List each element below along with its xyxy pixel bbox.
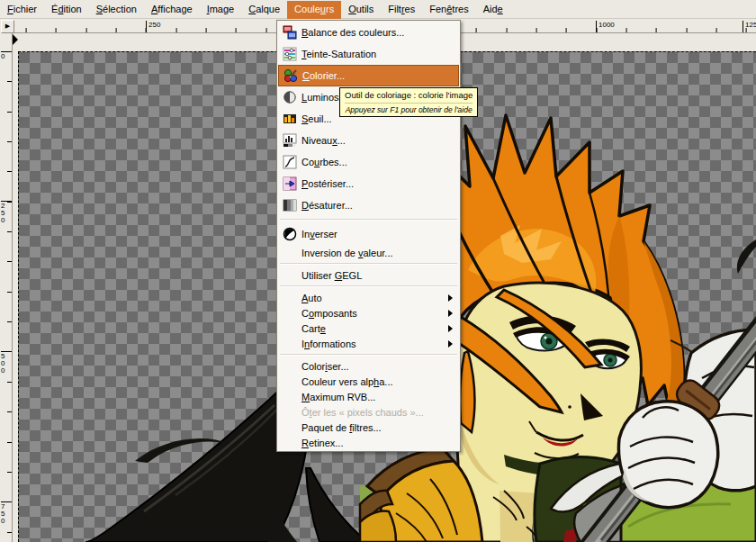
menu-item-label: Couleurs (294, 4, 334, 14)
menu-item-label: Inverser (302, 229, 338, 239)
menu-item-label: Colorier... (302, 70, 345, 81)
menu-item-retinex[interactable]: Retinex... (278, 435, 459, 450)
menubar-item-fenetres[interactable]: Fenêtres (422, 1, 475, 19)
menu-item-colorier[interactable]: Colorier... (278, 65, 459, 86)
h-ruler-label-1000: 1000 (596, 21, 615, 29)
menu-item-label: Maximum RVB... (302, 392, 375, 402)
menubar-item-edition[interactable]: Édition (44, 1, 89, 19)
menu-item-label: Utiliser GEGL (302, 270, 362, 281)
gimp-window: FichierÉditionSélectionAffichageImageCal… (0, 0, 756, 542)
menu-item-carte[interactable]: Carte (278, 321, 459, 336)
menu-item-utiliser-gegl[interactable]: Utiliser GEGL (278, 267, 459, 283)
menubar: FichierÉditionSélectionAffichageImageCal… (0, 0, 756, 19)
tooltip: Outil de coloriage : colorie l'image App… (339, 87, 478, 117)
posterize-icon (283, 176, 297, 191)
vertical-ruler[interactable]: 0 250 500 750 (0, 32, 13, 542)
menu-item-label: Postériser... (302, 178, 354, 189)
v-ruler-label-750: 750 (1, 501, 8, 525)
menu-item-label: Image (207, 4, 235, 14)
menu-item-maximum-rvb[interactable]: Maximum RVB... (278, 389, 459, 404)
menu-item-label: Paquet de filtres... (302, 422, 382, 433)
tooltip-text: Outil de coloriage : colorie l'image (345, 90, 472, 100)
menu-item-label: Aide (483, 4, 503, 14)
ruler-corner-menu-button[interactable]: ▶ (1, 20, 14, 33)
menu-item-label: Composants (302, 308, 357, 319)
menu-item-label: Inversion de valeur... (302, 248, 393, 258)
color-balance-icon (283, 25, 297, 40)
submenu-arrow-icon (448, 294, 453, 302)
submenu-arrow-icon (448, 325, 453, 332)
menubar-item-affichage[interactable]: Affichage (144, 1, 200, 19)
menu-item-label: Outils (348, 4, 374, 14)
menu-item-inverser[interactable]: Inverser (278, 223, 459, 245)
menu-item-label: Calque (248, 4, 280, 14)
menu-item-label: Sélection (96, 4, 137, 14)
hue-saturation-icon (283, 47, 297, 61)
colors-menu-dropdown: Balance des couleurs...Teinte-Saturation… (276, 20, 461, 452)
menu-item-label: Édition (51, 4, 82, 14)
menu-item-label: Informations (302, 339, 356, 349)
ruler-position-marker-icon (13, 34, 18, 45)
v-ruler-label-250: 250 (1, 201, 8, 224)
menubar-item-image[interactable]: Image (200, 1, 242, 19)
menu-item-label: Couleur vers alpha... (302, 376, 393, 387)
menu-item-niveaux[interactable]: Niveaux... (278, 130, 459, 151)
menu-item-auto[interactable]: Auto (278, 290, 459, 305)
menu-item-composants[interactable]: Composants (278, 305, 459, 321)
menu-item-paquet-de-filtres[interactable]: Paquet de filtres... (278, 420, 459, 435)
menu-item-label: Seuil... (302, 113, 332, 124)
menubar-item-couleurs[interactable]: Couleurs (287, 1, 341, 19)
menu-item-label: Filtres (388, 4, 415, 14)
menu-item-coloriser[interactable]: Coloriser... (278, 358, 459, 374)
menubar-item-fichier[interactable]: Fichier (0, 1, 44, 19)
glove-hand (618, 402, 717, 508)
levels-icon (283, 133, 297, 148)
menubar-item-outils[interactable]: Outils (341, 1, 381, 19)
submenu-arrow-icon (448, 310, 453, 317)
desaturate-icon (283, 198, 297, 212)
v-ruler-ticks (7, 32, 12, 542)
menu-item-label: Balance des couleurs... (302, 27, 404, 38)
curves-icon (283, 155, 297, 169)
invert-icon (283, 227, 297, 241)
menu-item-label: Courbes... (302, 157, 347, 167)
menu-separator (278, 260, 459, 267)
h-ruler-label-250: 250 (146, 21, 160, 29)
menu-item-label: Coloriser... (302, 361, 349, 372)
menu-item-teinte-saturation[interactable]: Teinte-Saturation (278, 43, 459, 65)
hair-wisp (737, 239, 756, 274)
menu-item-courbes[interactable]: Courbes... (278, 151, 459, 173)
menu-item-couleur-vers-alpha[interactable]: Couleur vers alpha... (278, 374, 459, 389)
menu-item-label: Niveaux... (302, 135, 346, 146)
menu-item-label: Affichage (151, 4, 193, 14)
colorize-icon (284, 68, 298, 83)
menu-item-label: Désaturer... (302, 200, 353, 211)
v-ruler-label-500: 500 (1, 351, 8, 375)
menu-item-label: Carte (302, 323, 326, 334)
menu-item-label: Retinex... (302, 438, 343, 448)
menu-item-label: Teinte-Saturation (302, 49, 376, 59)
v-ruler-label-0: 0 (1, 51, 8, 60)
menu-item-desaturer[interactable]: Désaturer... (278, 194, 459, 216)
menu-item-balance-des-couleurs[interactable]: Balance des couleurs... (278, 22, 459, 43)
menu-item-label: Ôter les « pixels chauds »... (302, 407, 424, 418)
menu-separator (278, 216, 459, 223)
menu-separator (278, 351, 459, 358)
menubar-item-selection[interactable]: Sélection (89, 1, 144, 19)
menubar-item-calque[interactable]: Calque (241, 1, 287, 19)
h-ruler-label-1250: 125 (742, 21, 756, 29)
menu-item-posteriser[interactable]: Postériser... (278, 173, 459, 194)
menu-item-label: Fenêtres (429, 4, 468, 14)
tooltip-help-hint: Appuyez sur F1 pour obtenir de l'aide (345, 103, 472, 114)
menu-item-label: Auto (302, 293, 322, 303)
threshold-icon (283, 112, 297, 126)
submenu-arrow-icon (448, 340, 453, 348)
menubar-item-filtres[interactable]: Filtres (381, 1, 422, 19)
menu-item-label: Fichier (7, 4, 37, 14)
brightness-contrast-icon (283, 90, 297, 104)
menu-item-oter-les-pixels-chauds: Ôter les « pixels chauds »... (278, 404, 459, 420)
menu-item-informations[interactable]: Informations (278, 336, 459, 351)
menu-item-inversion-de-valeur[interactable]: Inversion de valeur... (278, 245, 459, 260)
menubar-item-aide[interactable]: Aide (476, 1, 510, 19)
menu-separator (278, 283, 459, 290)
